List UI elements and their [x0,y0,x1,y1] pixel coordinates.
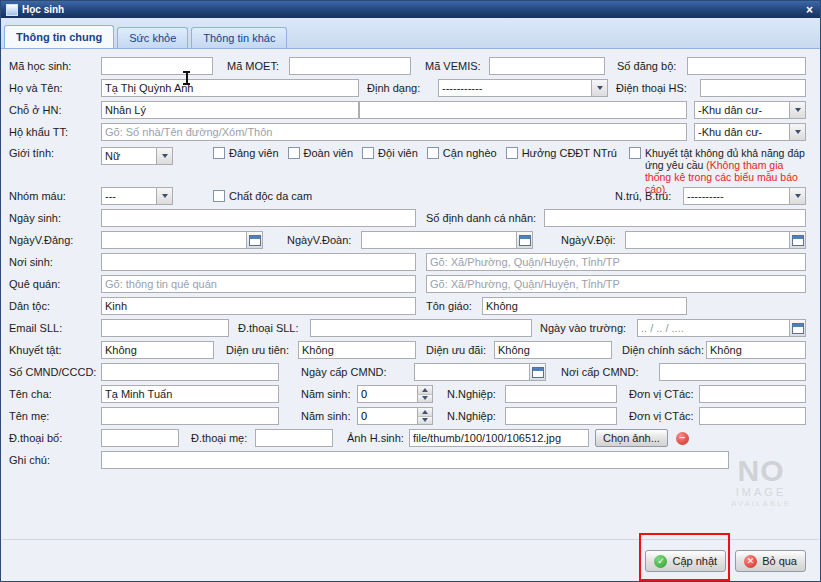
checkbox-label: Cận nghèo [443,147,497,159]
cmnd-input[interactable] [101,363,279,381]
checkbox-box [213,190,225,202]
spinner-down-icon[interactable] [418,394,432,403]
tab-thong-tin-khac[interactable]: Thông tin khác [191,27,287,48]
ethnic-input[interactable] [101,297,416,315]
policy-input[interactable] [706,341,806,359]
email-sll-input[interactable] [101,319,229,337]
father-workplace-input[interactable] [699,385,806,403]
disability-input[interactable] [101,341,214,359]
cross-icon: ✕ [744,555,757,568]
student-phone-input[interactable] [700,79,806,97]
cmnd-issue-date-input[interactable] [414,363,529,381]
calendar-icon[interactable] [789,319,806,337]
mother-workplace-input[interactable] [699,407,806,425]
checkbox-doi-vien[interactable]: Đội viên [362,147,418,159]
father-birthyear-input[interactable] [358,386,417,402]
checkbox-can-ngheo[interactable]: Cận nghèo [427,147,497,159]
phone-sll-label: Đ.thoại SLL: [238,322,310,334]
current-address-input[interactable] [101,101,359,119]
phone-sll-input[interactable] [310,319,532,337]
spinner-up-icon[interactable] [418,408,432,416]
chevron-down-icon [591,80,607,96]
vemis-code-input[interactable] [489,57,605,75]
checkbox-dang-vien[interactable]: Đảng viên [213,147,279,159]
permanent-area-select-value: -Khu dân cư- [695,126,789,138]
student-photo-path-input[interactable] [409,429,589,447]
religion-label: Tôn giáo: [426,300,482,312]
blood-type-select[interactable]: --- [101,187,173,205]
spinner-down-icon[interactable] [418,416,432,425]
chevron-down-icon [789,188,805,204]
date-vdoi-input[interactable] [625,231,789,249]
row-hometown: Quê quán: [9,275,806,293]
ntru-btru-select[interactable]: ---------- [683,187,806,205]
blood-type-select-value: --- [102,190,156,202]
date-vdoan-input[interactable] [361,231,516,249]
calendar-icon[interactable] [529,363,546,381]
checkbox-box [629,147,641,159]
priority-input[interactable] [298,341,416,359]
close-icon[interactable]: × [804,5,815,15]
no-image-text-no: NO [722,457,800,485]
row-current-address: Chỗ ở HN: -Khu dân cư- [9,101,806,119]
note-input[interactable] [101,451,729,469]
religion-input[interactable] [482,297,687,315]
checkbox-box [427,147,439,159]
gender-label: Giới tính: [9,147,101,159]
father-phone-input[interactable] [101,429,179,447]
enroll-date-input[interactable] [637,319,789,337]
calendar-icon[interactable] [246,231,263,249]
remove-photo-icon[interactable]: − [676,432,689,445]
format-select[interactable]: ----------- [438,79,608,97]
tab-suc-khoe[interactable]: Sức khỏe [117,27,188,48]
father-job-label: N.Nghiệp: [447,388,505,400]
current-address-label: Chỗ ở HN: [9,104,101,116]
permanent-area-select[interactable]: -Khu dân cư- [694,123,806,141]
update-button[interactable]: ✓ Cập nhật [645,550,726,572]
mother-job-input[interactable] [505,407,617,425]
incentive-input[interactable] [494,341,612,359]
birthplace-input[interactable] [101,253,416,271]
calendar-icon[interactable] [516,231,533,249]
father-name-input[interactable] [101,385,279,403]
personal-id-input[interactable] [544,209,806,227]
checkbox-label: Đoàn viên [304,147,354,159]
full-name-label: Họ và Tên: [9,82,101,94]
mother-workplace-label: Đơn vị CTác: [629,410,699,422]
skip-button[interactable]: ✕ Bỏ qua [735,550,806,572]
register-no-input[interactable] [687,57,806,75]
gender-select[interactable]: Nữ [101,147,173,165]
checkbox-doan-vien[interactable]: Đoàn viên [288,147,354,159]
current-area-select[interactable]: -Khu dân cư- [694,101,806,119]
spinner-up-icon[interactable] [418,386,432,394]
full-name-input[interactable] [101,79,359,97]
moet-code-input[interactable] [289,57,411,75]
current-address-extra-input[interactable] [359,101,687,119]
row-name: Họ và Tên: Định dạng: ----------- Điện t… [9,79,806,97]
mother-name-input[interactable] [101,407,279,425]
dob-input[interactable] [101,209,416,227]
permanent-address-input[interactable] [101,123,687,141]
tab-thong-tin-chung[interactable]: Thông tin chung [4,25,114,48]
cmnd-issue-place-input[interactable] [659,363,806,381]
birthplace-label: Nơi sinh: [9,256,101,268]
mother-birthyear-input[interactable] [358,408,417,424]
ntru-btru-label: N.trú, B.trú: [615,190,683,202]
birthplace-location-input[interactable] [426,253,806,271]
checkbox-huong-cddt-ntru[interactable]: Hưởng CĐĐT NTrú [506,147,617,159]
hometown-location-input[interactable] [426,275,806,293]
checkbox-label: Chất độc da cam [229,190,312,202]
calendar-icon[interactable] [789,231,806,249]
date-vdang-input[interactable] [101,231,246,249]
checkbox-label: Đội viên [378,147,418,159]
date-vdoi-label: NgàyV.Đội: [561,234,625,246]
row-permanent-address: Hộ khẩu TT: -Khu dân cư- [9,123,806,141]
hometown-input[interactable] [101,275,416,293]
moet-code-label: Mã MOET: [227,60,289,72]
checkbox-box [213,147,225,159]
student-code-input[interactable] [101,57,213,75]
father-job-input[interactable] [505,385,617,403]
checkbox-chat-doc-da-cam[interactable]: Chất độc da cam [213,190,312,202]
choose-photo-button[interactable]: Chọn ảnh... [595,429,668,447]
mother-phone-input[interactable] [255,429,333,447]
